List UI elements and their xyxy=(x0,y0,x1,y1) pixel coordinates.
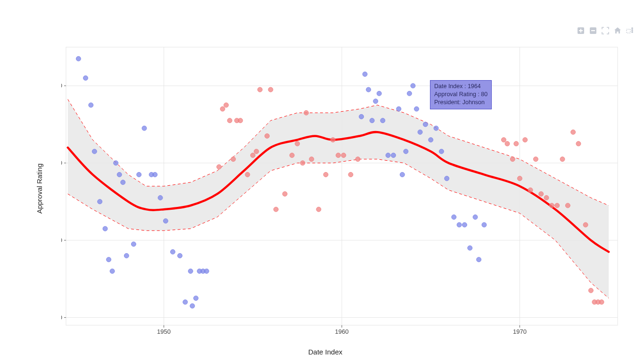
svg-point-23 xyxy=(117,172,122,177)
hover-tooltip: Date Index : 1964 Approval Rating : 80 P… xyxy=(430,80,492,109)
svg-point-68 xyxy=(477,257,481,262)
svg-point-3 xyxy=(632,28,633,29)
svg-point-93 xyxy=(336,153,340,157)
svg-point-111 xyxy=(571,130,576,134)
svg-point-42 xyxy=(359,115,364,119)
svg-point-71 xyxy=(220,107,225,111)
svg-point-105 xyxy=(539,191,544,196)
svg-point-85 xyxy=(289,153,294,157)
svg-point-37 xyxy=(190,304,195,308)
svg-point-83 xyxy=(273,207,278,212)
svg-point-101 xyxy=(517,176,522,181)
svg-point-58 xyxy=(423,122,428,127)
svg-point-87 xyxy=(300,161,305,165)
svg-point-102 xyxy=(523,138,528,142)
svg-point-107 xyxy=(549,203,554,208)
tooltip-extra-label: President: xyxy=(434,99,462,106)
svg-point-38 xyxy=(194,296,198,301)
svg-point-70 xyxy=(217,165,222,169)
tooltip-extra-value: Johnson xyxy=(462,99,485,106)
svg-point-73 xyxy=(227,118,232,123)
svg-point-24 xyxy=(121,180,125,185)
svg-point-33 xyxy=(170,249,175,254)
svg-point-103 xyxy=(528,188,533,192)
svg-point-27 xyxy=(137,172,141,177)
svg-point-67 xyxy=(473,215,478,220)
svg-point-44 xyxy=(366,87,371,92)
svg-point-36 xyxy=(188,269,193,273)
svg-point-79 xyxy=(254,149,259,154)
svg-point-74 xyxy=(231,157,236,162)
svg-text:20: 20 xyxy=(61,314,62,321)
tooltip-x-value: 1964 xyxy=(468,83,481,90)
svg-point-109 xyxy=(560,157,565,162)
svg-point-104 xyxy=(533,157,538,162)
y-axis-label: Approval Rating xyxy=(35,164,43,214)
svg-point-53 xyxy=(404,149,408,154)
svg-point-48 xyxy=(380,118,385,123)
svg-point-56 xyxy=(414,107,419,111)
svg-point-45 xyxy=(370,118,374,123)
svg-point-77 xyxy=(245,172,250,177)
svg-point-28 xyxy=(142,126,147,131)
svg-point-41 xyxy=(204,269,209,273)
svg-point-4 xyxy=(632,30,633,31)
svg-point-99 xyxy=(510,157,515,162)
svg-point-88 xyxy=(304,110,309,115)
svg-point-113 xyxy=(583,222,588,227)
svg-point-21 xyxy=(110,269,115,273)
svg-text:1970: 1970 xyxy=(513,328,527,335)
svg-point-50 xyxy=(391,153,396,157)
svg-point-112 xyxy=(576,141,581,146)
svg-point-94 xyxy=(341,153,346,157)
svg-point-62 xyxy=(445,176,449,181)
tooltip-x-label: Date Index : xyxy=(434,83,468,90)
svg-point-25 xyxy=(124,254,129,258)
scatter-plot[interactable]: 195019601970 20406080 xyxy=(61,42,622,339)
svg-point-35 xyxy=(183,300,188,304)
svg-point-43 xyxy=(363,72,367,76)
svg-point-110 xyxy=(565,203,570,208)
svg-point-65 xyxy=(462,222,467,227)
svg-point-34 xyxy=(178,254,182,258)
tooltip-y-value: 80 xyxy=(481,91,487,98)
svg-point-108 xyxy=(555,203,560,208)
svg-point-32 xyxy=(163,219,168,223)
svg-point-30 xyxy=(153,172,157,177)
svg-point-55 xyxy=(411,83,415,88)
svg-point-69 xyxy=(482,222,487,227)
svg-point-60 xyxy=(434,126,438,131)
svg-point-91 xyxy=(323,172,328,177)
svg-point-100 xyxy=(514,141,519,146)
svg-point-63 xyxy=(452,215,456,220)
svg-point-76 xyxy=(238,118,243,123)
chart-panel: Approval Rating 195019601970 20406080 Da… xyxy=(19,19,632,349)
svg-point-19 xyxy=(103,226,107,231)
svg-point-49 xyxy=(386,153,390,157)
svg-point-46 xyxy=(373,99,378,104)
svg-text:1960: 1960 xyxy=(335,328,349,335)
svg-text:1950: 1950 xyxy=(157,328,171,335)
svg-point-16 xyxy=(89,103,93,107)
svg-point-57 xyxy=(418,130,422,134)
svg-point-64 xyxy=(457,222,462,227)
tooltip-y-label: Approval Rating : xyxy=(434,91,481,98)
svg-point-97 xyxy=(501,138,506,142)
svg-point-20 xyxy=(107,257,111,262)
svg-point-26 xyxy=(131,242,136,247)
svg-point-80 xyxy=(257,87,262,92)
svg-point-72 xyxy=(224,103,229,107)
svg-point-66 xyxy=(468,246,472,250)
svg-text:40: 40 xyxy=(61,237,62,244)
svg-point-54 xyxy=(407,91,412,96)
svg-point-61 xyxy=(439,149,444,154)
svg-text:60: 60 xyxy=(61,159,62,166)
svg-point-82 xyxy=(268,87,273,92)
svg-point-92 xyxy=(330,138,335,142)
svg-point-117 xyxy=(599,300,604,304)
svg-point-14 xyxy=(76,57,81,61)
svg-point-98 xyxy=(505,141,510,146)
svg-point-17 xyxy=(92,149,97,154)
svg-point-47 xyxy=(377,91,381,96)
svg-point-51 xyxy=(396,107,401,111)
